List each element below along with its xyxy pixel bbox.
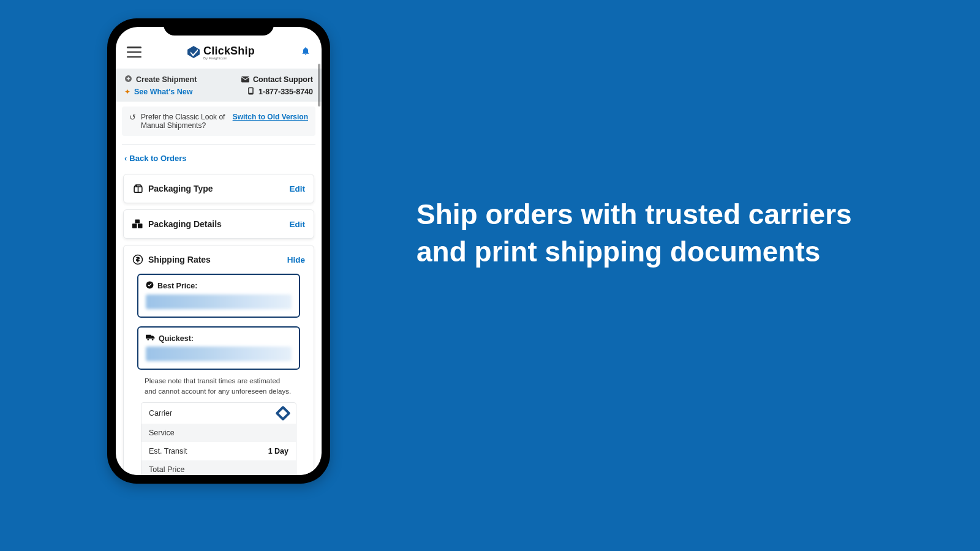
menu-icon[interactable]: [127, 47, 141, 58]
redacted-rate-detail: [146, 347, 292, 361]
see-whats-new-link[interactable]: See What's New: [134, 88, 192, 96]
best-price-option[interactable]: Best Price:: [137, 274, 300, 318]
packaging-details-card: Packaging Details Edit: [123, 209, 314, 239]
back-to-orders-link[interactable]: ‹ Back to Orders: [116, 145, 322, 168]
rate-total-label: Total Price: [149, 465, 184, 474]
svg-rect-10: [146, 335, 151, 339]
mail-icon: [241, 75, 249, 84]
support-phone[interactable]: 1-877-335-8740: [258, 88, 313, 96]
chevron-left-icon: ‹: [124, 154, 127, 163]
secondary-bar: Create Shipment Contact Support ✦ See Wh…: [116, 69, 322, 102]
bell-icon[interactable]: [301, 46, 311, 59]
shipping-rates-title: Shipping Rates: [148, 255, 211, 264]
rate-transit-label: Est. Transit: [149, 447, 187, 455]
rate-carrier-label: Carrier: [149, 409, 172, 418]
contact-support-link[interactable]: Contact Support: [253, 75, 313, 84]
app-logo[interactable]: ClickShip By Freightcom: [187, 45, 255, 60]
back-label: Back to Orders: [129, 154, 186, 163]
best-price-label: Best Price:: [157, 282, 197, 290]
svg-rect-3: [249, 88, 252, 93]
packaging-details-edit[interactable]: Edit: [290, 220, 306, 229]
quickest-option[interactable]: Quickest:: [137, 326, 300, 370]
rate-service-label: Service: [149, 429, 175, 437]
history-icon: ↺: [129, 113, 136, 130]
plus-circle-icon: [124, 75, 132, 84]
quickest-label: Quickest:: [159, 334, 194, 343]
classic-text-line1: Prefer the Classic Look of: [141, 113, 225, 121]
transit-note: Please note that transit times are estim…: [132, 370, 305, 397]
boxes-icon: [132, 219, 143, 230]
shipping-rates-card: Shipping Rates Hide Best Price:: [123, 245, 314, 475]
svg-point-11: [147, 339, 149, 340]
scrollbar-thumb[interactable]: [318, 64, 320, 107]
check-badge-icon: [146, 281, 154, 291]
sparkle-icon: ✦: [124, 88, 130, 96]
dollar-circle-icon: [132, 254, 143, 265]
packaging-type-edit[interactable]: Edit: [290, 184, 306, 193]
truck-icon: [146, 334, 155, 343]
svg-rect-6: [138, 223, 143, 228]
switch-old-version-link[interactable]: Switch to Old Version: [233, 113, 308, 121]
logo-text-click: Click: [203, 45, 230, 57]
package-icon: [132, 183, 143, 194]
app-screen: ClickShip By Freightcom Create Shipment: [116, 27, 322, 475]
rate-table: Carrier Service Est. Transit 1 Day Total…: [141, 402, 296, 475]
svg-rect-5: [132, 223, 137, 228]
carrier-logo-icon: [275, 406, 290, 421]
phone-notch: [164, 18, 274, 36]
packaging-type-title: Packaging Type: [148, 184, 213, 193]
svg-point-12: [152, 339, 154, 340]
packaging-details-title: Packaging Details: [148, 219, 222, 229]
classic-look-banner: ↺ Prefer the Classic Look of Manual Ship…: [122, 107, 315, 136]
logo-text-ship: Ship: [230, 45, 255, 57]
shipping-rates-hide[interactable]: Hide: [287, 255, 305, 264]
topbar: ClickShip By Freightcom: [116, 36, 322, 69]
logo-mark-icon: [187, 46, 200, 58]
rate-transit-value: 1 Day: [268, 447, 288, 455]
packaging-type-card: Packaging Type Edit: [123, 174, 314, 203]
phone-icon: [247, 87, 255, 97]
redacted-rate-detail: [146, 294, 292, 309]
phone-frame: ClickShip By Freightcom Create Shipment: [107, 18, 330, 484]
create-shipment-link[interactable]: Create Shipment: [136, 75, 197, 84]
marketing-headline: Ship orders with trusted carriers and pr…: [417, 196, 858, 270]
classic-text-line2: Manual Shipments?: [141, 121, 225, 130]
svg-rect-7: [135, 220, 140, 223]
